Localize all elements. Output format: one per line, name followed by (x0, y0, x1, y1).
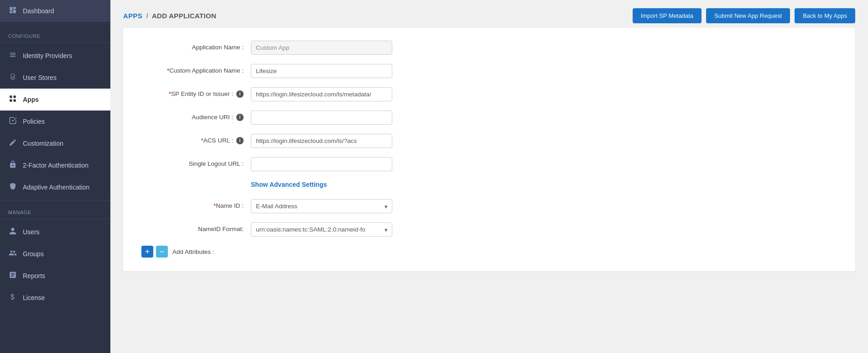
name-id-label: *Name ID : (141, 202, 251, 211)
users-icon (8, 227, 17, 237)
svg-rect-1 (10, 95, 12, 98)
sidebar-user-stores-label: User Stores (23, 74, 57, 81)
application-name-label: Application Name : (141, 43, 251, 52)
audience-uri-row: Audience URI : i (141, 111, 837, 125)
acs-url-label: *ACS URL : i (141, 137, 251, 145)
nameid-format-select-wrapper: urn:oasis:names:tc:SAML:2.0:nameid-fo (251, 222, 392, 237)
custom-app-name-label: *Custom Application Name : (141, 67, 251, 75)
sp-entity-input[interactable] (251, 87, 392, 101)
apps-icon (8, 95, 17, 105)
back-to-my-apps-button[interactable]: Back to My Apps (795, 8, 855, 23)
nameid-format-label: NameID Format: (141, 225, 251, 234)
sidebar-customization-label: Customization (23, 140, 63, 147)
sidebar-policies-label: Policies (23, 118, 45, 125)
sidebar-apps-label: Apps (23, 96, 39, 103)
sidebar-item-customization[interactable]: Customization (0, 132, 110, 154)
audience-uri-label: Audience URI : i (141, 113, 251, 122)
acs-url-input[interactable] (251, 134, 392, 148)
identity-providers-icon (8, 51, 17, 61)
sidebar-identity-providers-label: Identity Providers (23, 52, 72, 59)
submit-new-app-request-button[interactable]: Submit New App Request (706, 8, 790, 23)
sp-entity-info-icon[interactable]: i (236, 90, 244, 98)
sidebar-reports-label: Reports (23, 272, 45, 279)
adaptive-auth-icon (8, 182, 17, 192)
two-factor-icon (8, 160, 17, 170)
svg-rect-4 (14, 100, 16, 102)
sidebar-adaptive-auth-label: Adaptive Authentication (23, 184, 89, 191)
customization-icon (8, 138, 17, 148)
sidebar-configure-section: Configure (0, 29, 110, 41)
nameid-format-row: NameID Format: urn:oasis:names:tc:SAML:2… (141, 222, 837, 237)
sidebar-item-groups[interactable]: Groups (0, 243, 110, 265)
svg-rect-2 (14, 95, 16, 98)
name-id-select[interactable]: E-Mail Address (251, 199, 392, 213)
sidebar-manage-section: Manage (0, 205, 110, 217)
acs-url-row: *ACS URL : i (141, 134, 837, 148)
dashboard-icon (8, 6, 17, 16)
sidebar-item-reports[interactable]: Reports (0, 265, 110, 287)
audience-uri-info-icon[interactable]: i (236, 114, 244, 121)
show-advanced-settings-link[interactable]: Show Advanced Settings (141, 180, 837, 199)
sidebar-license-label: License (23, 294, 45, 301)
name-id-select-wrapper: E-Mail Address (251, 199, 392, 213)
svg-point-0 (11, 74, 15, 77)
breadcrumb: APPS / ADD APPLICATION (123, 12, 216, 20)
main-content: APPS / ADD APPLICATION Import SP Metadat… (110, 0, 868, 353)
sidebar-item-adaptive-auth[interactable]: Adaptive Authentication (0, 176, 110, 198)
nameid-format-select[interactable]: urn:oasis:names:tc:SAML:2.0:nameid-fo (251, 222, 392, 237)
import-sp-metadata-button[interactable]: Import SP Metadata (633, 8, 702, 23)
add-attributes-row: + − Add Attributes : (141, 246, 837, 258)
svg-rect-3 (10, 100, 12, 102)
application-name-row: Application Name : (141, 41, 837, 55)
form-card: Application Name : *Custom Application N… (123, 28, 855, 271)
custom-app-name-input[interactable] (251, 64, 392, 78)
top-bar-buttons: Import SP Metadata Submit New App Reques… (633, 8, 855, 23)
single-logout-input[interactable] (251, 157, 392, 171)
top-bar: APPS / ADD APPLICATION Import SP Metadat… (110, 0, 868, 28)
name-id-row: *Name ID : E-Mail Address (141, 199, 837, 213)
sidebar-item-license[interactable]: License (0, 287, 110, 309)
sidebar-item-users[interactable]: Users (0, 221, 110, 243)
sidebar-item-identity-providers[interactable]: Identity Providers (0, 45, 110, 67)
breadcrumb-apps[interactable]: APPS (123, 12, 142, 20)
sp-entity-label: *SP Entity ID or Issuer : i (141, 90, 251, 99)
sidebar-2fa-label: 2-Factor Authentication (23, 162, 88, 169)
single-logout-label: Single Logout URL : (141, 160, 251, 169)
single-logout-url-row: Single Logout URL : (141, 157, 837, 171)
sidebar-groups-label: Groups (23, 250, 44, 258)
breadcrumb-separator: / (146, 12, 148, 20)
groups-icon (8, 249, 17, 259)
remove-attribute-button[interactable]: − (156, 246, 168, 258)
sidebar-users-label: Users (23, 228, 40, 236)
sidebar-item-user-stores[interactable]: User Stores (0, 67, 110, 89)
breadcrumb-current: ADD APPLICATION (152, 12, 216, 20)
sidebar-dashboard-label: Dashboard (23, 7, 54, 15)
acs-url-info-icon[interactable]: i (236, 137, 244, 144)
application-name-input[interactable] (251, 41, 392, 55)
policies-icon (8, 116, 17, 126)
user-stores-icon (8, 73, 17, 83)
sidebar-item-apps[interactable]: Apps (0, 89, 110, 111)
license-icon (8, 293, 17, 303)
show-advanced-anchor[interactable]: Show Advanced Settings (251, 181, 327, 188)
sidebar: Dashboard Configure Identity Providers U… (0, 0, 110, 353)
sidebar-item-2fa[interactable]: 2-Factor Authentication (0, 154, 110, 176)
sp-entity-id-row: *SP Entity ID or Issuer : i (141, 87, 837, 101)
sidebar-item-dashboard[interactable]: Dashboard (0, 0, 110, 22)
reports-icon (8, 271, 17, 281)
sidebar-item-policies[interactable]: Policies (0, 111, 110, 132)
audience-uri-input[interactable] (251, 111, 392, 125)
add-attribute-button[interactable]: + (141, 246, 153, 258)
add-attributes-label: Add Attributes : (172, 248, 214, 255)
custom-app-name-row: *Custom Application Name : (141, 64, 837, 78)
